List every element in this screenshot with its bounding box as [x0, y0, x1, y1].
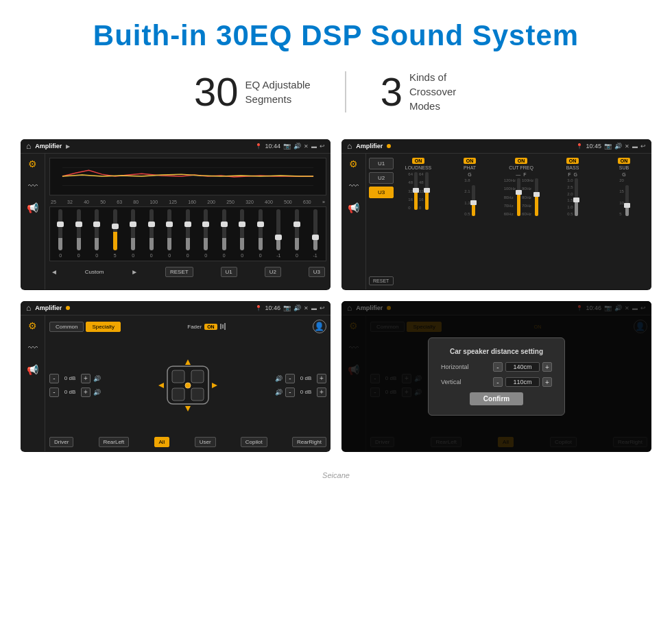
plus-fr[interactable]: +	[317, 374, 326, 383]
horizontal-minus[interactable]: -	[493, 362, 503, 372]
tab-common[interactable]: Common	[49, 322, 84, 332]
plus-rl[interactable]: +	[81, 387, 91, 397]
eq-slider-1[interactable]: 0	[77, 209, 81, 258]
spec-tabs: Common Specialty	[49, 322, 121, 332]
expand-icon[interactable]: »	[322, 200, 325, 204]
eq-slider-9[interactable]: 0	[222, 209, 226, 258]
back-icon-2[interactable]: ↩	[640, 143, 646, 150]
sub-slider[interactable]	[625, 185, 629, 216]
btn-user[interactable]: User	[195, 437, 216, 447]
camera-icon[interactable]: 📷	[283, 143, 291, 150]
minus-rr[interactable]: -	[285, 387, 295, 397]
distance-dialog: Car speaker distance setting Horizontal …	[428, 337, 565, 416]
play-icon[interactable]: ▶	[66, 143, 70, 150]
minus-fl[interactable]: -	[49, 374, 59, 383]
btn-rearleft[interactable]: RearLeft	[99, 437, 130, 447]
fader-on[interactable]: ON	[204, 324, 217, 330]
plus-rr[interactable]: +	[317, 387, 326, 397]
eq-icon-3[interactable]: ⚙	[25, 320, 40, 332]
loudness-slider[interactable]	[414, 172, 418, 210]
close-icon-3[interactable]: ✕	[304, 305, 309, 311]
band-bass-on[interactable]: ON	[566, 158, 579, 164]
dialog-title: Car speaker distance setting	[441, 348, 552, 355]
volume-icon-3[interactable]: 🔊	[293, 305, 301, 311]
speaker-icon-3[interactable]: 📢	[25, 363, 40, 376]
band-loudness-on[interactable]: ON	[412, 158, 425, 164]
cutfreq-slider[interactable]	[517, 178, 520, 216]
preset-u1[interactable]: U1	[369, 158, 394, 169]
home-icon-2[interactable]: ⌂	[347, 141, 352, 151]
btn-rearright[interactable]: RearRight	[292, 437, 326, 447]
eq-sliders-area: 0 0 0	[49, 206, 326, 261]
speaker-icon[interactable]: 📢	[25, 202, 40, 214]
eq-slider-7[interactable]: 0	[186, 209, 190, 258]
eq-slider-0[interactable]: 0	[58, 209, 62, 258]
volume-icon-2[interactable]: 🔊	[614, 143, 622, 150]
loudness-slider-2[interactable]	[425, 172, 429, 210]
eq-slider-10[interactable]: 0	[240, 209, 244, 258]
band-cutfreq-on[interactable]: ON	[515, 158, 528, 164]
prev-arrow[interactable]: ◄	[51, 268, 58, 276]
minimize-icon-3[interactable]: ▬	[311, 305, 317, 311]
bass-slider[interactable]	[575, 178, 578, 216]
u3-btn[interactable]: U3	[309, 267, 325, 277]
reset-btn[interactable]: RESET	[165, 267, 193, 277]
back-icon-3[interactable]: ↩	[320, 305, 325, 311]
eq-slider-4[interactable]: 0	[131, 209, 135, 258]
val-fl: 0 dB	[62, 375, 78, 381]
band-bass: ON BASS FG 3.02.52.01.51.00.5	[548, 158, 597, 285]
btn-copilot[interactable]: Copilot	[241, 437, 267, 447]
eq-slider-3[interactable]: 5	[113, 209, 117, 258]
eq-slider-5[interactable]: 0	[149, 209, 154, 258]
page-header: Buith-in 30EQ DSP Sound System	[0, 0, 672, 63]
phat-slider[interactable]	[472, 185, 475, 216]
back-icon[interactable]: ↩	[320, 143, 325, 150]
fader-row: Fader ON	[187, 323, 225, 330]
eq-icon[interactable]: ⚙	[25, 158, 40, 170]
vertical-plus[interactable]: +	[542, 377, 552, 387]
u1-btn[interactable]: U1	[221, 267, 237, 277]
wave-icon[interactable]: 〰	[25, 180, 40, 192]
eq-slider-2[interactable]: 0	[95, 209, 99, 258]
btn-driver[interactable]: Driver	[49, 437, 73, 447]
wave-icon-2[interactable]: 〰	[346, 180, 361, 192]
eq-slider-12[interactable]: -1	[276, 209, 280, 258]
preset-u2[interactable]: U2	[369, 172, 394, 184]
reset-btn-2[interactable]: RESET	[369, 276, 394, 285]
minimize-icon-2[interactable]: ▬	[632, 143, 638, 150]
eq-slider-8[interactable]: 0	[204, 209, 208, 258]
volume-icon[interactable]: 🔊	[293, 143, 301, 150]
eq-slider-14[interactable]: -1	[313, 209, 317, 258]
eq-slider-11[interactable]: 0	[259, 209, 263, 258]
u2-btn[interactable]: U2	[265, 267, 281, 277]
close-icon[interactable]: ✕	[304, 143, 309, 150]
camera-icon-2[interactable]: 📷	[604, 143, 612, 150]
close-icon-2[interactable]: ✕	[625, 143, 629, 150]
speaker-icon-2[interactable]: 📢	[346, 202, 361, 214]
home-icon-3[interactable]: ⌂	[26, 303, 31, 313]
band-phat-on[interactable]: ON	[464, 158, 477, 164]
plus-fl[interactable]: +	[81, 374, 91, 383]
eq-slider-6[interactable]: 0	[167, 209, 171, 258]
stat-eq-segments: 30 EQ Adjustable Segments	[160, 72, 345, 112]
btn-all[interactable]: All	[154, 437, 170, 447]
wave-icon-3[interactable]: 〰	[25, 342, 40, 354]
home-icon[interactable]: ⌂	[26, 141, 31, 151]
next-arrow[interactable]: ►	[131, 268, 138, 276]
vertical-minus[interactable]: -	[493, 377, 503, 387]
band-sub-on[interactable]: ON	[618, 158, 631, 164]
cutfreq-slider-2[interactable]	[535, 178, 538, 216]
minus-fr[interactable]: -	[285, 374, 295, 383]
horizontal-plus[interactable]: +	[542, 362, 552, 372]
camera-icon-3[interactable]: 📷	[283, 305, 291, 311]
confirm-button[interactable]: Confirm	[470, 392, 523, 405]
tab-specialty[interactable]: Specialty	[86, 322, 120, 332]
eq-main: 253240506380100 125160200250320400500630…	[45, 154, 331, 289]
minus-rl[interactable]: -	[49, 387, 59, 397]
preset-u3[interactable]: U3	[369, 187, 394, 198]
minimize-icon[interactable]: ▬	[311, 143, 317, 150]
user-avatar[interactable]: 👤	[313, 320, 326, 333]
eq-slider-13[interactable]: 0	[295, 209, 299, 258]
screen-specialty: ⌂ Amplifier 📍 10:46 📷 🔊 ✕ ▬ ↩ ⚙ 〰 📢	[21, 301, 331, 452]
eq-icon-2[interactable]: ⚙	[346, 158, 361, 170]
